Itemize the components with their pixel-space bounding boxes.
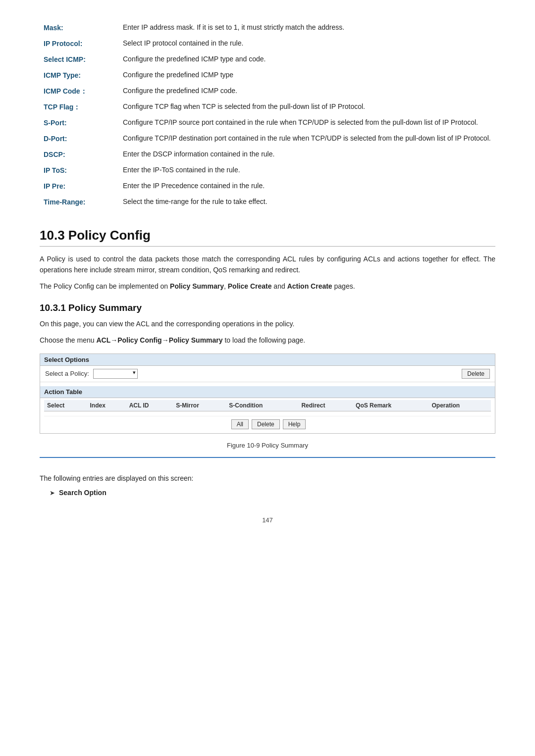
delete-button-top[interactable]: Delete xyxy=(462,369,490,379)
action-table-col-header: ACL ID xyxy=(126,400,173,411)
action-table-col-header: Redirect xyxy=(298,400,353,411)
definition-row: Mask:Enter IP address mask. If it is set… xyxy=(40,20,495,36)
section-heading-10-3: 10.3 Policy Config xyxy=(40,228,495,247)
action-table-wrap: SelectIndexACL IDS-MirrorS-ConditionRedi… xyxy=(40,398,495,433)
definition-desc: Configure the predefined ICMP code. xyxy=(119,83,495,99)
definition-desc: Configure TCP/IP source port contained i… xyxy=(119,115,495,131)
definition-term: IP ToS: xyxy=(40,162,119,178)
definition-desc: Enter the IP-ToS contained in the rule. xyxy=(119,162,495,178)
definition-row: TCP Flag：Configure TCP flag when TCP is … xyxy=(40,99,495,115)
definition-term: S-Port: xyxy=(40,115,119,131)
definition-term: TCP Flag： xyxy=(40,99,119,115)
action-table-col-header: QoS Remark xyxy=(353,400,428,411)
select-options-bar: Select Options xyxy=(40,354,495,366)
action-table-bar: Action Table xyxy=(40,386,495,398)
policy-select-wrap[interactable] xyxy=(93,369,138,379)
definition-row: IP Protocol:Select IP protocol contained… xyxy=(40,36,495,51)
definition-row: ICMP Type:Configure the predefined ICMP … xyxy=(40,67,495,83)
bullet-arrow-icon: ➤ xyxy=(50,489,55,497)
page-number: 147 xyxy=(40,516,495,524)
definition-section: Mask:Enter IP address mask. If it is set… xyxy=(40,20,495,210)
definition-row: Select ICMP:Configure the predefined ICM… xyxy=(40,51,495,67)
definition-desc: Configure the predefined ICMP type xyxy=(119,67,495,83)
intro-para-2: The Policy Config can be implemented on … xyxy=(40,281,495,292)
definition-desc: Select the time-range for the rule to ta… xyxy=(119,194,495,210)
definition-desc: Configure TCP/IP destination port contai… xyxy=(119,131,495,147)
action-table: SelectIndexACL IDS-MirrorS-ConditionRedi… xyxy=(44,400,491,416)
definition-desc: Enter the IP Precedence contained in the… xyxy=(119,178,495,194)
figure-caption: Figure 10-9 Policy Summary xyxy=(40,442,495,449)
select-policy-row: Select a Policy: Delete xyxy=(40,366,495,382)
sub-para-2: Choose the menu ACL→Policy Config→Policy… xyxy=(40,335,495,346)
definition-term: Time-Range: xyxy=(40,194,119,210)
action-table-col-header: Select xyxy=(44,400,87,411)
select-policy-label: Select a Policy: xyxy=(45,370,89,377)
definition-desc: Enter IP address mask. If it is set to 1… xyxy=(119,20,495,36)
definition-row: DSCP:Enter the DSCP information containe… xyxy=(40,147,495,162)
definition-term: DSCP: xyxy=(40,147,119,162)
definition-row: Time-Range:Select the time-range for the… xyxy=(40,194,495,210)
definition-term: Select ICMP: xyxy=(40,51,119,67)
ui-mockup: Select Options Select a Policy: Delete A… xyxy=(40,353,495,434)
definition-desc: Configure TCP flag when TCP is selected … xyxy=(119,99,495,115)
action-table-col-header: S-Mirror xyxy=(173,400,226,411)
definition-desc: Enter the DSCP information contained in … xyxy=(119,147,495,162)
delete-button[interactable]: Delete xyxy=(252,419,280,429)
definition-row: IP Pre:Enter the IP Precedence contained… xyxy=(40,178,495,194)
definition-term: ICMP Type: xyxy=(40,67,119,83)
search-option-item: ➤ Search Option xyxy=(50,489,495,497)
action-table-col-header: Operation xyxy=(429,400,491,411)
definition-row: D-Port:Configure TCP/IP destination port… xyxy=(40,131,495,147)
entries-heading: The following entries are displayed on t… xyxy=(40,473,495,484)
definition-row: ICMP Code：Configure the predefined ICMP … xyxy=(40,83,495,99)
definition-term: IP Pre: xyxy=(40,178,119,194)
definition-term: ICMP Code： xyxy=(40,83,119,99)
subsection-heading-10-3-1: 10.3.1 Policy Summary xyxy=(40,302,495,313)
definition-row: S-Port:Configure TCP/IP source port cont… xyxy=(40,115,495,131)
intro-para-1: A Policy is used to control the data pac… xyxy=(40,253,495,276)
definition-term: IP Protocol: xyxy=(40,36,119,51)
definition-desc: Select IP protocol contained in the rule… xyxy=(119,36,495,51)
empty-row xyxy=(44,411,491,416)
policy-select[interactable] xyxy=(93,369,138,379)
definition-desc: Configure the predefined ICMP type and c… xyxy=(119,51,495,67)
action-table-col-header: S-Condition xyxy=(226,400,298,411)
section-divider xyxy=(40,457,495,458)
definition-term: D-Port: xyxy=(40,131,119,147)
action-table-col-header: Index xyxy=(87,400,126,411)
help-button[interactable]: Help xyxy=(283,419,306,429)
action-table-buttons: AllDeleteHelp xyxy=(44,419,491,429)
definition-table: Mask:Enter IP address mask. If it is set… xyxy=(40,20,495,210)
search-option-label: Search Option xyxy=(59,489,107,497)
definition-term: Mask: xyxy=(40,20,119,36)
sub-para-1: On this page, you can view the ACL and t… xyxy=(40,318,495,329)
all-button[interactable]: All xyxy=(231,419,249,429)
definition-row: IP ToS:Enter the IP-ToS contained in the… xyxy=(40,162,495,178)
